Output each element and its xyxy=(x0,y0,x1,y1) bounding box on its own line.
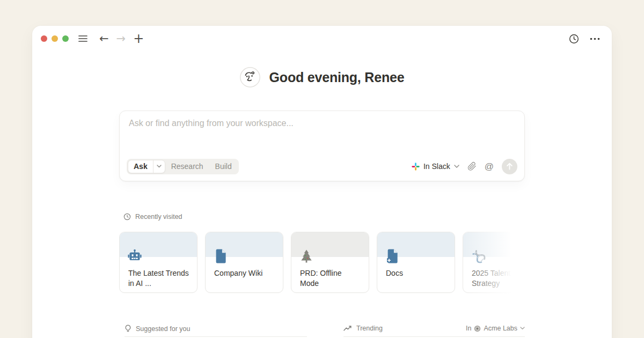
forward-button[interactable]: → xyxy=(116,33,126,45)
card-title: Company Wiki xyxy=(214,268,276,278)
mention-icon[interactable]: @ xyxy=(485,162,494,171)
card-title: Docs xyxy=(386,268,448,278)
ask-input[interactable] xyxy=(129,119,515,156)
suggested-label: Suggested for you xyxy=(136,325,190,333)
card-latest-trends-in-ai[interactable]: The Latest Trends in AI ... xyxy=(119,232,197,293)
recently-visited-header: Recently visited xyxy=(123,213,182,221)
lightbulb-icon xyxy=(125,325,131,333)
close-window-button[interactable] xyxy=(41,35,47,42)
composer-toolbar: Ask Research Build xyxy=(127,158,517,174)
scope-workspace-label: Acme Labs xyxy=(484,325,517,332)
greeting-row: Good evening, Renee xyxy=(32,66,612,89)
mode-ask-selected[interactable]: Ask xyxy=(128,160,165,173)
document-icon xyxy=(214,249,227,266)
app-window: ← → + Good evening, xyxy=(32,26,612,338)
context-scope-label[interactable]: In Slack xyxy=(423,162,450,171)
recently-visited-cards: The Latest Trends in AI ... Company Wiki xyxy=(119,232,525,295)
trending-label: Trending xyxy=(356,325,383,332)
card-title: 2025 Talent Brand Strategy xyxy=(472,268,525,288)
new-tab-button[interactable]: + xyxy=(133,32,144,45)
mode-chevron-down-icon[interactable] xyxy=(153,160,165,173)
notion-face-icon xyxy=(240,67,260,87)
card-prd-offline-mode[interactable]: PRD: Offline Mode xyxy=(291,232,369,293)
trending-icon xyxy=(343,325,352,332)
document-plus-icon xyxy=(385,249,399,266)
card-company-wiki[interactable]: Company Wiki xyxy=(205,232,283,293)
mode-ask-label[interactable]: Ask xyxy=(128,160,153,173)
dna-icon xyxy=(471,249,486,266)
mode-switch: Ask Research Build xyxy=(127,159,239,174)
scope-chevron-down-icon xyxy=(520,327,525,330)
card-2025-talent-brand-strategy[interactable]: 2025 Talent Brand Strategy xyxy=(463,232,525,293)
card-docs[interactable]: Docs xyxy=(377,232,455,293)
ask-composer: Ask Research Build xyxy=(119,111,525,181)
card-title: The Latest Trends in AI ... xyxy=(128,268,191,288)
composer-actions: In Slack @ xyxy=(412,159,517,174)
robot-icon xyxy=(128,249,142,265)
send-button[interactable] xyxy=(502,159,517,174)
mode-build-button[interactable]: Build xyxy=(209,160,238,173)
titlebar: ← → + xyxy=(32,26,612,52)
history-clock-icon[interactable] xyxy=(569,31,579,46)
window-controls xyxy=(41,35,69,42)
card-title: PRD: Offline Mode xyxy=(300,268,362,288)
slack-logo-icon xyxy=(412,163,420,171)
context-scope-picker[interactable]: In Slack xyxy=(412,162,459,171)
context-chevron-down-icon xyxy=(454,165,459,168)
tree-icon xyxy=(299,249,313,266)
more-options-icon[interactable] xyxy=(590,31,600,46)
minimize-window-button[interactable] xyxy=(52,35,58,42)
trending-section-header: Trending In Acme Labs xyxy=(343,325,525,337)
scope-in-label: In xyxy=(466,325,471,332)
zoom-window-button[interactable] xyxy=(62,35,69,42)
mode-research-button[interactable]: Research xyxy=(165,160,209,173)
workspace-logo-icon xyxy=(474,325,481,332)
greeting-text: Good evening, Renee xyxy=(269,70,405,85)
suggested-section-header: Suggested for you xyxy=(125,325,307,337)
workspace-scope-picker[interactable]: In Acme Labs xyxy=(466,325,525,332)
sidebar-toggle-icon[interactable] xyxy=(78,31,87,46)
recent-clock-icon xyxy=(123,213,131,221)
attach-file-icon[interactable] xyxy=(467,161,477,171)
recently-visited-label: Recently visited xyxy=(135,213,182,221)
back-button[interactable]: ← xyxy=(99,33,109,45)
